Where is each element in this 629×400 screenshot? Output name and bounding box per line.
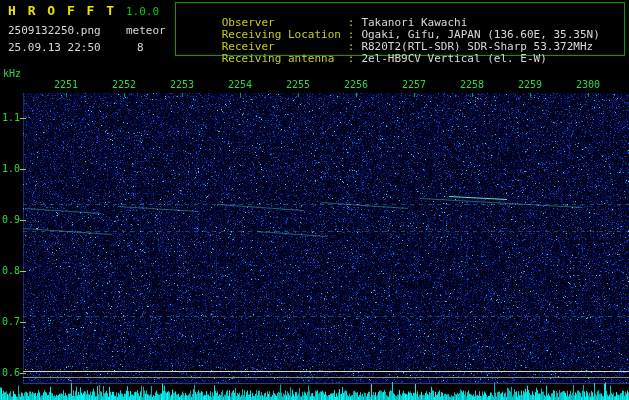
hrofft-app-window: H R O F F T 1.0.0 2509132250.png meteor … [0, 0, 629, 400]
y-tick-label: 0.9 [0, 214, 20, 225]
x-tick-label: 2259 [512, 79, 548, 90]
app-title: H R O F F T [8, 3, 116, 18]
y-tick-label: 0.7 [0, 316, 20, 327]
datetime-label: 25.09.13 22:50 [8, 41, 101, 54]
output-filename: 2509132250.png [8, 24, 101, 37]
y-tick-label: 1.0 [0, 163, 20, 174]
echo-count: 8 [137, 41, 144, 54]
y-tick-label: 1.1 [0, 112, 20, 123]
x-tick-label: 2254 [222, 79, 258, 90]
x-tick-label: 2258 [454, 79, 490, 90]
x-tick-label: 2300 [570, 79, 606, 90]
info-row-observer: Observer:Takanori Kawachi [182, 5, 624, 17]
x-tick-label: 2255 [280, 79, 316, 90]
x-tick-label: 2257 [396, 79, 432, 90]
mode-label: meteor [126, 24, 166, 37]
x-tick-label: 2256 [338, 79, 374, 90]
station-info-box: Observer:Takanori Kawachi Receiving Loca… [175, 2, 625, 56]
info-value: 2el-HB9CV Vertical (el. E-W) [361, 52, 546, 65]
info-colon: : [348, 52, 355, 65]
x-tick-label: 2253 [164, 79, 200, 90]
app-version: 1.0.0 [126, 5, 159, 18]
freq-axis-unit: kHz [3, 68, 21, 79]
info-label: Receiving antenna [222, 53, 348, 65]
y-tick-label: 0.6 [0, 367, 20, 378]
y-tick-label: 0.8 [0, 265, 20, 276]
x-tick-label: 2252 [106, 79, 142, 90]
x-tick-label: 2251 [48, 79, 84, 90]
